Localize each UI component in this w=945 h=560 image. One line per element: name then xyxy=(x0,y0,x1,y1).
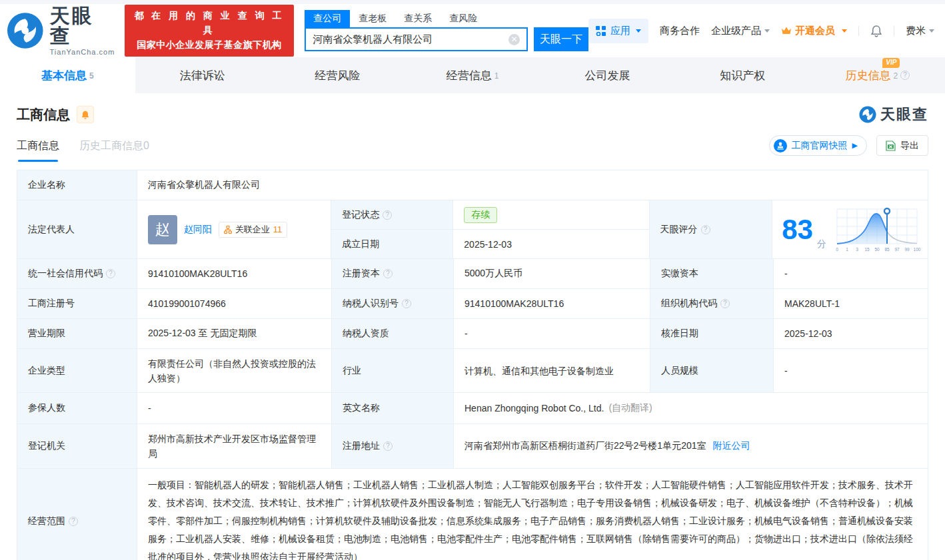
taxpayer-id-value: 91410100MAK28ULT16 xyxy=(454,289,650,318)
field-label: 行业 xyxy=(332,349,454,392)
search-box: ✕ xyxy=(305,27,528,51)
section-title: 工商信息 xyxy=(17,106,70,124)
open-vip-menu[interactable]: 开通会员 xyxy=(781,25,847,37)
business-term-value: 2025-12-03 至 无固定期限 xyxy=(137,319,332,348)
field-label: 纳税人资质 xyxy=(332,319,454,348)
help-icon[interactable]: ? xyxy=(383,269,393,278)
related-label: 关联企业 xyxy=(235,224,270,236)
top-header: 天眼查 TianYanCha.com 都 在 用 的 商 业 查 询 工 具 国… xyxy=(0,4,945,57)
field-label: 营业期限 xyxy=(17,319,137,348)
apps-menu[interactable]: 应用 xyxy=(588,19,648,43)
help-icon[interactable]: ? xyxy=(402,299,411,308)
search-tab-risk[interactable]: 查风险 xyxy=(441,10,486,27)
field-label: 统一社会信用代码 ? xyxy=(17,259,137,288)
registration-info-table: 企业名称 河南省众擎机器人有限公司 法定代表人 赵 赵同阳 xyxy=(17,170,928,560)
export-label: 导出 xyxy=(900,140,919,152)
auto-translate-note: (自动翻译) xyxy=(608,402,652,414)
tab-business-info[interactable]: 经营信息 1 xyxy=(405,57,540,93)
enterprise-products-menu[interactable]: 企业级产品 xyxy=(711,25,770,37)
svg-text:85: 85 xyxy=(884,247,890,252)
table-row: 法定代表人 赵 赵同阳 关联企业 11 xyxy=(17,200,928,259)
subtab-current-registration[interactable]: 工商信息 xyxy=(17,139,59,162)
svg-text:3: 3 xyxy=(856,247,858,252)
field-label: 天眼评分 ? xyxy=(650,200,773,258)
legal-rep-name-link[interactable]: 赵同阳 xyxy=(184,224,212,236)
tianyancha-logo[interactable]: 天眼查 TianYanCha.com xyxy=(7,6,115,56)
help-icon[interactable]: ? xyxy=(701,225,710,234)
svg-text:15: 15 xyxy=(864,247,870,252)
chevron-down-icon xyxy=(929,29,934,33)
reg-capital-value: 5000万人民币 xyxy=(454,259,650,288)
tab-history-info[interactable]: 历史信息 VIP 2 ? xyxy=(810,57,945,93)
help-icon[interactable]: ? xyxy=(383,441,393,451)
tab-company-development[interactable]: 公司发展 xyxy=(540,57,675,93)
table-row: 统一社会信用代码 ? 91410100MAK28ULT16 注册资本 ? 500… xyxy=(17,259,928,289)
staff-size-value: - xyxy=(774,349,928,392)
tab-label: 公司发展 xyxy=(585,68,630,83)
official-snapshot-button[interactable]: 工商官网快照 ▶ xyxy=(769,135,867,156)
score-distribution-chart[interactable]: 0 1 3 15 50 85 97 99 100 xyxy=(833,205,922,254)
industry-value: 计算机、通信和其他电子设备制造业 xyxy=(454,349,650,392)
promo-line1: 都 在 用 的 商 业 查 询 工 具 xyxy=(131,9,288,37)
export-button[interactable]: 导出 xyxy=(876,135,928,156)
business-registration-section: 工商信息 天眼查 工商信息 历史工商信息0 xyxy=(0,93,945,560)
cooperation-label: 商务合作 xyxy=(660,25,700,37)
paid-capital-value: - xyxy=(774,259,928,288)
business-scope-value: 一般项目：智能机器人的研发；智能机器人销售；工业机器人销售；工业机器人制造；人工… xyxy=(137,469,928,560)
user-menu[interactable]: 费米 xyxy=(906,25,934,37)
registry-authority-value: 郑州市高新技术产业开发区市场监督管理局 xyxy=(137,424,332,468)
subtab-history-registration[interactable]: 历史工商信息0 xyxy=(79,139,149,162)
tab-count: 1 xyxy=(494,71,499,81)
nearby-companies-link[interactable]: 附近公司 xyxy=(713,440,750,452)
business-cooperation-link[interactable]: 商务合作 xyxy=(660,25,700,37)
notifications-bell-icon[interactable] xyxy=(870,25,882,37)
help-icon[interactable]: ? xyxy=(106,269,115,278)
help-icon[interactable]: ? xyxy=(900,71,910,80)
field-label: 企业名称 xyxy=(17,170,137,200)
tab-label: 法律诉讼 xyxy=(180,68,225,83)
chevron-down-icon xyxy=(636,29,641,33)
vip-badge: VIP xyxy=(882,58,900,68)
monitor-bell-icon[interactable] xyxy=(77,106,94,123)
help-icon[interactable]: ? xyxy=(720,299,730,308)
username: 费米 xyxy=(906,25,926,37)
field-label: 成立日期 xyxy=(331,230,453,258)
tab-basic-info[interactable]: 基本信息 5 xyxy=(0,57,135,93)
search-button[interactable]: 天眼一下 xyxy=(534,27,588,51)
brand-domain: TianYanCha.com xyxy=(50,48,115,56)
svg-text:0: 0 xyxy=(836,247,838,252)
clear-search-icon[interactable]: ✕ xyxy=(508,34,520,45)
field-label: 英文名称 xyxy=(332,393,454,423)
field-label: 核准日期 xyxy=(650,319,774,348)
promo-banner: 都 在 用 的 商 业 查 询 工 具 国家中小企业发展子基金旗下机构 xyxy=(125,5,294,56)
related-companies-badge[interactable]: 关联企业 11 xyxy=(219,222,288,238)
search-tab-relation[interactable]: 查关系 xyxy=(395,10,441,27)
tab-operating-risk[interactable]: 经营风险 xyxy=(270,57,405,93)
svg-text:1: 1 xyxy=(846,247,848,252)
chevron-down-icon xyxy=(842,29,847,33)
search-tab-boss[interactable]: 查老板 xyxy=(350,10,395,27)
search-tabs: 查公司 查老板 查关系 查风险 xyxy=(305,10,588,27)
field-label: 经营范围 ? xyxy=(17,469,137,560)
field-label: 注册地址 ? xyxy=(332,424,454,468)
tab-intellectual-property[interactable]: 知识产权 xyxy=(675,57,810,93)
reg-number-value: 410199001074966 xyxy=(137,289,332,318)
tab-label: 经营信息 xyxy=(447,68,492,83)
search-input[interactable] xyxy=(313,34,508,45)
vip-label: 开通会员 xyxy=(795,25,835,37)
table-row: 经营范围 ? 一般项目：智能机器人的研发；智能机器人销售；工业机器人销售；工业机… xyxy=(17,469,928,560)
help-icon[interactable]: ? xyxy=(383,210,392,220)
divider xyxy=(858,26,859,36)
search-tab-company[interactable]: 查公司 xyxy=(305,10,350,27)
business-scope-cell: 一般项目：智能机器人的研发；智能机器人销售；工业机器人销售；工业机器人制造；人工… xyxy=(137,469,928,560)
legal-rep-avatar[interactable]: 赵 xyxy=(148,215,177,244)
promo-line2: 国家中小企业发展子基金旗下机构 xyxy=(131,38,288,53)
watermark-logo: 天眼查 xyxy=(859,105,928,125)
company-type-value: 有限责任公司（非自然人投资或控股的法人独资） xyxy=(137,349,332,392)
tab-label: 知识产权 xyxy=(720,68,765,83)
insured-count-value: - xyxy=(137,393,332,423)
tab-legal-proceedings[interactable]: 法律诉讼 xyxy=(135,57,271,93)
help-icon[interactable]: ? xyxy=(69,517,78,526)
company-name-value: 河南省众擎机器人有限公司 xyxy=(137,170,928,200)
field-label: 登记机关 xyxy=(17,424,137,468)
